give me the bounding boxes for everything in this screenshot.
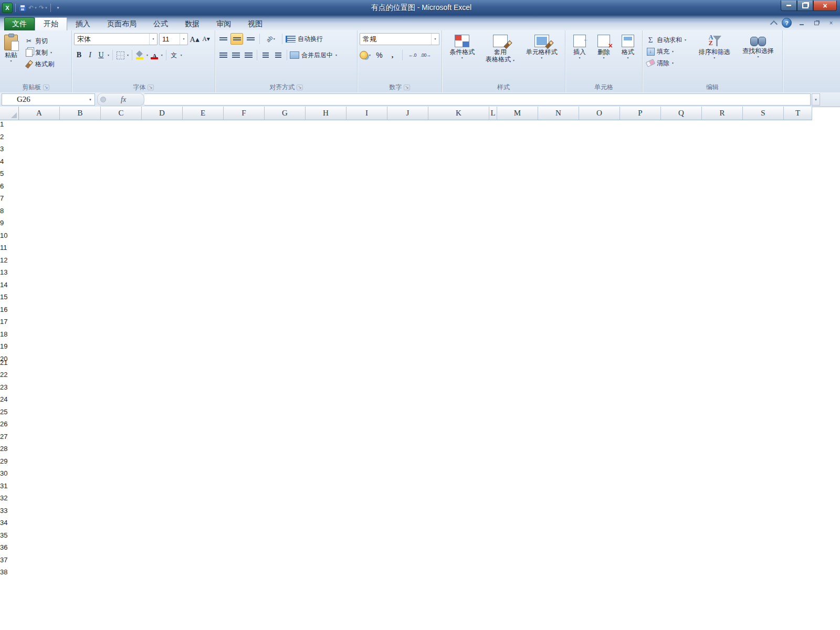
chevron-down-icon[interactable]: ▼	[431, 34, 439, 45]
row-header-14[interactable]: 14	[0, 281, 812, 289]
name-box[interactable]: G26 ▼	[2, 93, 95, 106]
column-header-P[interactable]: P	[620, 107, 661, 120]
row-header-12[interactable]: 12	[0, 256, 812, 264]
tab-data[interactable]: 数据	[176, 18, 208, 30]
row-header-22[interactable]: 22	[0, 371, 812, 379]
grow-font-button[interactable]: A▴	[190, 34, 200, 45]
row-header-1[interactable]: 1	[0, 120, 812, 128]
column-header-R[interactable]: R	[702, 107, 743, 120]
percent-button[interactable]: %	[374, 50, 384, 60]
row-header-37[interactable]: 37	[0, 556, 812, 564]
redo-button[interactable]: ↷▼	[39, 3, 48, 13]
font-size-combo[interactable]: 11▼	[159, 33, 188, 45]
align-right-button[interactable]	[243, 50, 254, 60]
row-header-27[interactable]: 27	[0, 433, 812, 440]
increase-decimal-button[interactable]: ←.0	[407, 50, 417, 60]
font-color-button[interactable]: A	[150, 50, 160, 60]
row-header-26[interactable]: 26	[0, 420, 812, 428]
dialog-launcher-font[interactable]: ↘	[148, 85, 154, 90]
insert-function-button[interactable]: fx	[121, 96, 126, 104]
column-header-N[interactable]: N	[538, 107, 579, 120]
undo-caret[interactable]: ▼	[34, 6, 37, 9]
column-header-S[interactable]: S	[743, 107, 784, 120]
dialog-launcher-number[interactable]: ↘	[404, 85, 410, 90]
chevron-down-icon[interactable]: ▼	[180, 34, 187, 45]
merge-center-button[interactable]: 合并后居中▼	[290, 49, 338, 61]
row-header-4[interactable]: 4	[0, 158, 812, 165]
delete-cells-button[interactable]: × 删除 ▼	[595, 33, 612, 82]
fill-color-button[interactable]	[135, 50, 145, 60]
decrease-decimal-button[interactable]: .00→	[421, 50, 431, 60]
column-header-T[interactable]: T	[784, 107, 812, 120]
shrink-font-button[interactable]: A▾	[201, 34, 211, 45]
phonetic-button[interactable]: 文	[169, 50, 179, 60]
increase-indent-button[interactable]	[272, 50, 284, 60]
tab-home[interactable]: 开始	[35, 17, 67, 30]
column-header-Q[interactable]: Q	[661, 107, 702, 120]
format-painter-button[interactable]: 格式刷	[23, 58, 56, 70]
sort-filter-button[interactable]: AZ 排序和筛选 ▼	[692, 33, 736, 82]
tab-review[interactable]: 审阅	[208, 18, 239, 30]
decrease-indent-button[interactable]	[260, 50, 271, 60]
row-header-29[interactable]: 29	[0, 457, 812, 465]
copy-button[interactable]: 复制▼	[23, 47, 56, 58]
conditional-formatting-button[interactable]: 条件格式 ▼	[447, 33, 477, 82]
italic-button[interactable]: I	[85, 50, 95, 60]
borders-button[interactable]	[116, 50, 125, 60]
row-header-31[interactable]: 31	[0, 482, 812, 490]
font-name-combo[interactable]: 宋体▼	[74, 33, 158, 45]
formula-input[interactable]	[144, 93, 811, 106]
column-header-O[interactable]: O	[579, 107, 620, 120]
dialog-launcher-clipboard[interactable]: ↘	[43, 85, 49, 90]
cut-button[interactable]: ✂剪切	[23, 35, 56, 47]
row-header-11[interactable]: 11	[0, 244, 812, 251]
row-header-30[interactable]: 30	[0, 469, 812, 477]
undo-button[interactable]: ↶▼	[28, 3, 37, 13]
find-select-button[interactable]: 查找和选择 ▼	[736, 33, 780, 82]
column-header-K[interactable]: K	[428, 107, 489, 120]
cell-styles-button[interactable]: 单元格样式 ▼	[524, 33, 560, 82]
row-header-5[interactable]: 5	[0, 170, 812, 177]
format-as-table-button[interactable]: 套用表格格式▼	[484, 33, 517, 82]
column-header-M[interactable]: M	[497, 107, 538, 120]
column-header-A[interactable]: A	[19, 107, 60, 120]
align-left-button[interactable]	[217, 50, 229, 60]
row-header-36[interactable]: 36	[0, 543, 812, 551]
tab-page-layout[interactable]: 页面布局	[99, 18, 145, 30]
row-header-18[interactable]: 18	[0, 330, 812, 338]
clear-button[interactable]: 清除▼	[645, 57, 692, 69]
number-format-combo[interactable]: 常规▼	[360, 33, 439, 45]
minimize-button[interactable]	[781, 1, 797, 11]
column-header-L[interactable]: L	[489, 107, 497, 120]
row-header-16[interactable]: 16	[0, 306, 812, 313]
redo-caret[interactable]: ▼	[45, 6, 48, 9]
paste-button[interactable]: 粘贴 ▼	[2, 33, 20, 82]
fill-color-caret[interactable]: ▼	[146, 54, 149, 57]
underline-button[interactable]: U	[96, 50, 106, 60]
dialog-launcher-alignment[interactable]: ↘	[297, 85, 303, 90]
restore-button[interactable]	[797, 1, 813, 11]
close-button[interactable]: ×	[813, 1, 837, 11]
row-header-9[interactable]: 9	[0, 219, 812, 227]
insert-cells-button[interactable]: ← 插入 ▼	[571, 33, 588, 82]
column-header-H[interactable]: H	[306, 107, 346, 120]
name-box-caret[interactable]: ▼	[86, 98, 94, 101]
row-header-32[interactable]: 32	[0, 494, 812, 502]
row-header-15[interactable]: 15	[0, 293, 812, 301]
row-header-3[interactable]: 3	[0, 145, 812, 153]
align-bottom-button[interactable]	[245, 34, 256, 44]
tab-view[interactable]: 视图	[239, 18, 271, 30]
orientation-button[interactable]: ab▼	[263, 34, 279, 44]
column-header-D[interactable]: D	[142, 107, 183, 120]
row-header-7[interactable]: 7	[0, 194, 812, 202]
doc-close-button[interactable]: ×	[826, 19, 836, 27]
column-header-J[interactable]: J	[387, 107, 428, 120]
fill-button[interactable]: ↓填充▼	[645, 46, 692, 57]
save-button[interactable]	[18, 3, 27, 13]
underline-caret[interactable]: ▼	[107, 54, 110, 57]
tab-formulas[interactable]: 公式	[145, 18, 176, 30]
column-header-I[interactable]: I	[346, 107, 387, 120]
tab-file[interactable]: 文件	[4, 17, 35, 30]
borders-caret[interactable]: ▼	[127, 54, 129, 57]
row-header-2[interactable]: 2	[0, 133, 812, 141]
